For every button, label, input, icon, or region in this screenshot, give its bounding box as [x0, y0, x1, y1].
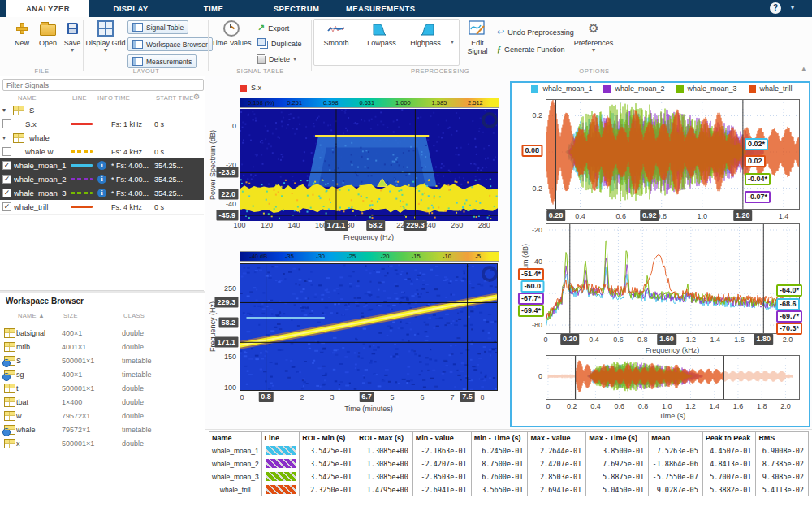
- delete-caret-icon[interactable]: ▾: [293, 56, 296, 63]
- measurement-row[interactable]: whale_moan_33.5425e-011.3085e+00-2.8503e…: [209, 470, 809, 483]
- line-cell: [71, 206, 97, 208]
- workspace-column-name[interactable]: NAME ▲: [18, 312, 45, 319]
- signal-checkbox[interactable]: ✓: [2, 188, 11, 197]
- measurement-column-header[interactable]: Peak to Peak: [702, 432, 756, 444]
- signal-row[interactable]: S.xFs: 1 kHz0 s: [0, 117, 204, 132]
- lowpass-button[interactable]: Lowpass: [361, 21, 402, 47]
- workspace-row[interactable]: S500001×1timetable: [0, 353, 203, 367]
- display-grid-button[interactable]: Display Grid ▾: [84, 20, 127, 54]
- workspace-column-class[interactable]: CLASS: [123, 312, 145, 319]
- export-button[interactable]: ↗ Export: [257, 23, 289, 33]
- display-grid-caret-icon[interactable]: ▾: [84, 47, 127, 54]
- measurement-column-header[interactable]: Min - Value: [412, 432, 471, 444]
- toggle-workspace-browser[interactable]: Workspace Browser: [127, 37, 213, 51]
- edit-signal-button[interactable]: Edit Signal: [461, 20, 494, 55]
- measurement-signal-name: whale_moan_1: [209, 444, 262, 457]
- measurement-value: 6.2450e-01: [471, 444, 528, 457]
- signal-group-row[interactable]: ▾whale: [0, 131, 204, 145]
- signal-checkbox[interactable]: ✓: [2, 161, 11, 170]
- measurement-column-header[interactable]: Line: [261, 432, 300, 444]
- checkbox-cell[interactable]: ✓: [0, 202, 14, 211]
- info-icon[interactable]: i: [97, 188, 106, 197]
- preferences-caret-icon[interactable]: ▾: [573, 47, 614, 54]
- help-icon[interactable]: ?: [770, 2, 781, 14]
- variable-name: x: [16, 440, 62, 448]
- measurement-line-swatch: [261, 470, 300, 483]
- measurement-row[interactable]: whale_moan_23.5425e-011.3085e+00-2.4207e…: [209, 457, 809, 470]
- signal-row[interactable]: ✓whale_moan_3i* Fs: 4.00...354.25...: [0, 186, 204, 201]
- signal-column-time[interactable]: TIME: [114, 94, 130, 102]
- measurement-column-header[interactable]: Max - Time (s): [586, 432, 649, 444]
- signal-row[interactable]: ✓whale_moan_2i* Fs: 4.00...354.25...: [0, 172, 204, 187]
- help-caret-icon[interactable]: ▾: [791, 4, 794, 11]
- measurement-value: 7.6925e-01: [586, 457, 649, 470]
- signal-column-name[interactable]: NAME: [18, 94, 37, 102]
- measurement-column-header[interactable]: RMS: [756, 432, 809, 444]
- tab-spectrum[interactable]: SPECTRUM: [255, 0, 338, 17]
- undo-preprocessing-button[interactable]: ↩ Undo Preprocessing: [497, 27, 574, 37]
- measurement-value: 2.3250e-01: [300, 483, 356, 496]
- toggle-measurements[interactable]: Measurements: [127, 54, 197, 68]
- header-divider: [2, 323, 201, 323]
- group-collapse-icon[interactable]: ▾: [2, 134, 11, 141]
- measurement-row[interactable]: whale_moan_13.5425e-011.3085e+00-2.1863e…: [209, 444, 809, 457]
- column-settings-gear-icon[interactable]: ⚙: [193, 93, 200, 101]
- info-icon[interactable]: i: [97, 175, 106, 184]
- signal-checkbox[interactable]: [2, 119, 11, 128]
- measurement-column-header[interactable]: Name: [209, 432, 262, 444]
- tab-measurements[interactable]: MEASUREMENTS: [338, 0, 424, 17]
- time-values-button[interactable]: Time Values: [210, 20, 253, 47]
- signal-checkbox[interactable]: [2, 147, 11, 156]
- measurement-column-header[interactable]: Max - Value: [528, 432, 586, 444]
- signal-group-row[interactable]: ▾S: [0, 103, 204, 118]
- panel-splitter[interactable]: [0, 291, 205, 292]
- workspace-row[interactable]: tbat1×400double: [0, 395, 203, 409]
- info-icon[interactable]: i: [97, 161, 106, 170]
- delete-button[interactable]: Delete ▾: [257, 54, 296, 64]
- workspace-column-size[interactable]: SIZE: [63, 312, 78, 319]
- measurements-icon: [132, 57, 143, 66]
- measurement-column-header[interactable]: Min - Time (s): [471, 432, 528, 444]
- signal-row[interactable]: ✓whale_trillFs: 4 kHz0 s: [0, 200, 204, 214]
- signal-checkbox[interactable]: ✓: [2, 175, 11, 184]
- measurement-column-header[interactable]: ROI - Max (s): [356, 432, 413, 444]
- checkbox-cell[interactable]: ✓: [0, 175, 14, 184]
- signal-column-info[interactable]: INFO: [97, 94, 113, 102]
- measurement-column-header[interactable]: Mean: [649, 432, 703, 444]
- tab-display[interactable]: DISPLAY: [89, 0, 172, 17]
- checkbox-cell[interactable]: ✓: [0, 188, 14, 197]
- tab-time[interactable]: TIME: [172, 0, 255, 17]
- highpass-button[interactable]: Highpass: [405, 21, 446, 47]
- signal-column-start-time[interactable]: START TIME: [156, 94, 194, 102]
- selected-display[interactable]: [510, 81, 810, 427]
- workspace-row[interactable]: w79572×1double: [0, 409, 203, 422]
- workspace-row[interactable]: t500001×1double: [0, 381, 203, 395]
- workspace-row[interactable]: sg400×1timetable: [0, 367, 203, 381]
- checkbox-cell[interactable]: ✓: [0, 161, 14, 170]
- workspace-row[interactable]: batsignal400×1double: [0, 326, 203, 340]
- signal-checkbox[interactable]: ✓: [2, 202, 11, 211]
- filter-signals-input[interactable]: [2, 79, 204, 91]
- measurement-column-header[interactable]: ROI - Min (s): [300, 432, 356, 444]
- checkbox-cell[interactable]: [0, 147, 14, 156]
- collapse-ribbon-icon[interactable]: ▴: [801, 64, 806, 72]
- measurement-row[interactable]: whale_trill2.3250e-011.4795e+00-2.6941e-…: [209, 483, 809, 496]
- tab-analyzer[interactable]: ANALYZER: [6, 0, 89, 17]
- toggle-signal-table[interactable]: Signal Table: [127, 20, 188, 34]
- workspace-row[interactable]: x500001×1double: [0, 436, 203, 450]
- variable-size: 500001×1: [62, 357, 122, 365]
- smooth-button[interactable]: Smooth: [316, 21, 356, 47]
- duplicate-button[interactable]: Duplicate: [257, 38, 302, 49]
- signal-column-line[interactable]: LINE: [72, 94, 87, 102]
- workspace-row[interactable]: whale79572×1timetable: [0, 422, 203, 436]
- variable-class: double: [122, 412, 203, 420]
- checkbox-cell[interactable]: [0, 119, 14, 128]
- group-collapse-icon[interactable]: ▾: [2, 106, 11, 114]
- measurement-signal-name: whale_trill: [209, 483, 262, 496]
- signal-row[interactable]: ✓whale_moan_1i* Fs: 4.00...354.25...: [0, 158, 204, 173]
- gallery-caret[interactable]: ▾: [447, 21, 457, 63]
- signal-row[interactable]: whale.wFs: 4 kHz0 s: [0, 145, 204, 159]
- workspace-row[interactable]: mtlb4001×1double: [0, 340, 203, 353]
- generate-function-button[interactable]: ƒ Generate Function: [497, 45, 565, 54]
- preferences-button[interactable]: ⚙ Preferences ▾: [573, 20, 614, 54]
